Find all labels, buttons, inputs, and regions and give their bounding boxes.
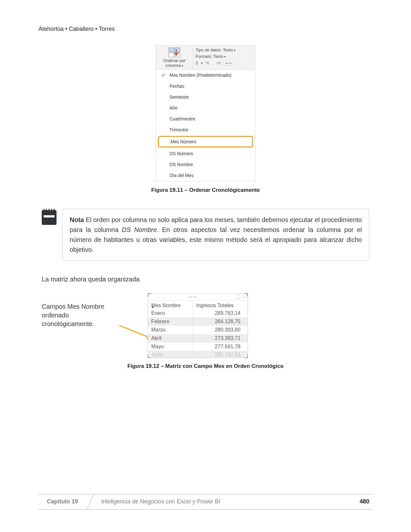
page-footer: Capítulo 19 Inteligencia de Negocios con…	[39, 494, 372, 510]
drag-handle-icon[interactable]: ══	[150, 294, 236, 299]
cell-month: Mayo	[148, 342, 193, 351]
percent-button[interactable]: %	[206, 60, 209, 66]
thousands-button[interactable]: ,	[212, 60, 213, 66]
decimals-button[interactable]: .00	[216, 61, 221, 65]
number-format-buttons: $ ▾ % , .00 Auto	[196, 60, 252, 66]
footer-divider	[86, 494, 95, 509]
menu-item-label: Día del Mes	[170, 173, 194, 178]
notepad-icon	[42, 210, 57, 225]
table-row[interactable]: Mayo277.561,78	[148, 342, 248, 351]
menu-item-1[interactable]: Fechas	[156, 81, 255, 92]
menu-item-2[interactable]: Semestre	[156, 92, 255, 102]
menu-item-4[interactable]: Cuatrimestre	[156, 113, 255, 124]
cell-value: 277.561,78	[193, 342, 248, 351]
column-header-mes-nombre[interactable]: Mes Nombre▲	[148, 301, 193, 309]
menu-item-label: Cuatrimestre	[170, 116, 195, 121]
body-paragraph: La matriz ahora queda organizada	[42, 276, 369, 283]
ribbon-panel: Ordenar por columna Tipo de datos: Texto…	[156, 45, 255, 181]
menu-item-label: Mes Número	[171, 139, 196, 144]
authors-header: Atehortúa • Caballero • Torres	[39, 26, 372, 32]
cell-value: 289.763,14	[193, 309, 248, 317]
table-row[interactable]: Enero289.763,14	[148, 309, 248, 317]
menu-item-0[interactable]: ✓Mes Nombre (Predeterminado)	[156, 70, 255, 81]
table-row[interactable]: Marzo280.303,60	[148, 326, 248, 334]
sort-column-icon	[169, 48, 180, 57]
focus-mode-icon[interactable]: ⛶	[236, 295, 240, 299]
matrix-table: Mes Nombre▲ Ingresos Totales Enero289.76…	[148, 301, 248, 358]
sort-label-2: columna	[165, 63, 184, 68]
currency-button[interactable]: $	[196, 60, 198, 66]
format-dropdown[interactable]: Formato: Texto	[196, 54, 252, 59]
annotation-text: Campos Mes Nombre ordenado cronológicame…	[42, 293, 119, 328]
cell-month: Marzo	[148, 326, 193, 334]
menu-item-8[interactable]: DS Nombre	[156, 159, 255, 170]
table-row[interactable]: Febrero264.128,75	[148, 317, 248, 326]
column-header-ingresos[interactable]: Ingresos Totales	[193, 301, 248, 309]
check-icon: ✓	[161, 73, 166, 78]
menu-item-7[interactable]: DS Número	[156, 148, 255, 159]
figure-19-12: Campos Mes Nombre ordenado cronológicame…	[42, 293, 369, 358]
datatype-dropdown[interactable]: Tipo de datos: Texto	[196, 48, 252, 52]
menu-item-3[interactable]: Año	[156, 102, 255, 113]
table-row-cut: Junio285 742 61	[148, 351, 248, 358]
cell-month: Enero	[148, 309, 193, 317]
note-block: Nota El orden por columna no solo aplica…	[42, 209, 369, 261]
note-text: Nota El orden por columna no solo aplica…	[62, 209, 369, 261]
table-row[interactable]: Abril273.393,71	[148, 334, 248, 342]
footer-title: Inteligencia de Negocios con Excel y Pow…	[95, 494, 356, 509]
menu-item-6[interactable]: Mes Número	[158, 136, 253, 147]
menu-item-label: DS Nombre	[170, 162, 193, 167]
sort-by-column-button[interactable]: Ordenar por columna	[156, 46, 193, 69]
cell-value: 264.128,75	[193, 317, 248, 326]
page-number: 480	[356, 494, 372, 509]
cell-month: Febrero	[148, 317, 193, 326]
menu-item-9[interactable]: Día del Mes	[156, 170, 255, 181]
menu-item-label: Trimestre	[170, 127, 188, 132]
cell-value: 280.303,60	[193, 326, 248, 334]
menu-item-label: Semestre	[170, 94, 189, 100]
matrix-visual[interactable]: ══ ⛶ ··· Mes Nombre▲ Ingresos Totales En…	[148, 293, 248, 358]
menu-item-label: Mes Nombre (Predeterminado)	[170, 73, 232, 78]
menu-item-label: Fechas	[170, 84, 184, 89]
cell-value: 273.393,71	[193, 334, 248, 342]
menu-item-label: Año	[170, 105, 178, 111]
sort-column-menu: ✓Mes Nombre (Predeterminado)FechasSemest…	[156, 70, 255, 181]
note-label: Nota	[70, 216, 84, 223]
menu-item-5[interactable]: Trimestre	[156, 124, 255, 135]
cell-month: Abril	[148, 334, 193, 342]
auto-button[interactable]: Auto	[223, 60, 234, 66]
sort-label-1: Ordenar por	[163, 58, 186, 63]
figure-19-11-caption: Figura 19.11 – Ordenar Cronológicamente	[39, 187, 372, 193]
figure-19-12-caption: Figura 19.12 – Matriz con Campo Mes en O…	[39, 363, 372, 369]
menu-item-label: DS Número	[170, 151, 193, 156]
figure-19-11: Ordenar por columna Tipo de datos: Texto…	[39, 45, 372, 181]
footer-chapter: Capítulo 19	[39, 494, 86, 509]
